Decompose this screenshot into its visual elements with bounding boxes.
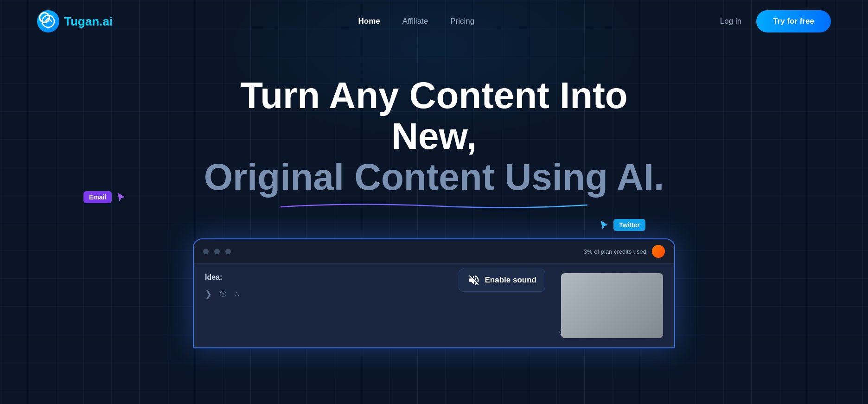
enable-sound-overlay[interactable]: Enable sound (459, 269, 545, 292)
app-content: Idea: ❯ ☉ ∴ ⓘ (194, 264, 674, 347)
svg-point-0 (42, 15, 54, 27)
try-for-free-button[interactable]: Try for free (756, 10, 831, 32)
video-thumbnail (561, 273, 663, 338)
app-topbar: 3% of plan credits used (194, 239, 674, 264)
twitter-badge: Twitter (599, 219, 645, 231)
video-thumb-inner (561, 273, 663, 338)
twitter-badge-label[interactable]: Twitter (613, 219, 645, 231)
app-preview: 3% of plan credits used Idea: ❯ ☉ ∴ ⓘ (193, 238, 675, 348)
logo[interactable]: Tugan.ai (37, 10, 113, 32)
email-badge: Email (83, 191, 127, 203)
navbar: Tugan.ai Home Affiliate Pricing Log in T… (0, 0, 868, 43)
chevron-right-icon[interactable]: ❯ (205, 289, 212, 299)
login-button[interactable]: Log in (720, 17, 741, 26)
email-badge-label[interactable]: Email (83, 191, 112, 203)
window-dot-3 (225, 249, 231, 254)
logo-text: Tugan.ai (64, 14, 113, 29)
nav-home[interactable]: Home (358, 17, 380, 26)
hero-underline (276, 201, 592, 211)
translate-icon[interactable]: ∴ (234, 289, 239, 299)
cursor-icon-email (115, 192, 127, 203)
window-dot-1 (203, 249, 209, 254)
user-avatar (652, 245, 665, 258)
shield-icon[interactable]: ☉ (219, 289, 227, 299)
logo-icon (37, 10, 59, 32)
nav-right: Log in Try for free (720, 10, 831, 32)
hero-section: Email Twitter Turn Any Content Into New,… (0, 43, 868, 211)
enable-sound-label: Enable sound (485, 276, 536, 285)
window-dot-2 (214, 249, 220, 254)
nav-affiliate[interactable]: Affiliate (402, 17, 428, 26)
app-credits-bar: 3% of plan credits used (584, 245, 665, 258)
credits-text: 3% of plan credits used (584, 248, 646, 255)
app-right-panel (561, 273, 663, 338)
mute-icon (467, 274, 480, 287)
hero-title: Turn Any Content Into New, Original Cont… (202, 75, 666, 198)
nav-links: Home Affiliate Pricing (358, 17, 475, 26)
cursor-icon-twitter (599, 219, 610, 231)
nav-pricing[interactable]: Pricing (450, 17, 474, 26)
